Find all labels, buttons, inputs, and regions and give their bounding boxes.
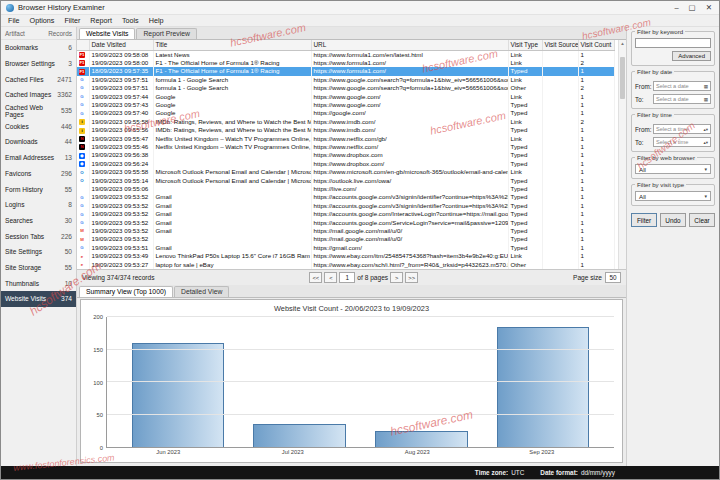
column-header-visit-count[interactable]: Visit Count xyxy=(578,40,614,50)
menu-options[interactable]: Options xyxy=(25,15,60,26)
x-tick-label: Jun 2023 xyxy=(121,449,216,459)
google-icon: G xyxy=(79,245,85,251)
column-header-visit-type[interactable]: Visit Type xyxy=(508,40,542,50)
prev-page-button[interactable]: < xyxy=(324,272,337,283)
table-row[interactable]: M19/09/2023 09:53:52https://mail.google.… xyxy=(77,235,614,243)
sidebar-item-form-history[interactable]: Form History55 xyxy=(1,181,76,197)
next-page-button[interactable]: > xyxy=(390,272,403,283)
table-row[interactable]: ◆19/09/2023 09:56:24https://www.dropbox.… xyxy=(77,160,614,168)
sidebar-item-bookmarks[interactable]: Bookmarks6 xyxy=(1,40,76,56)
visit-type-select[interactable]: All ▾ xyxy=(635,191,711,201)
column-header-url[interactable]: URL xyxy=(311,40,508,50)
table-row[interactable]: i19/09/2023 09:55:58IMDb: Ratings, Revie… xyxy=(77,118,614,126)
menu-filter[interactable]: Filter xyxy=(59,15,85,26)
filter-button[interactable]: Filter xyxy=(631,213,657,227)
first-page-button[interactable]: << xyxy=(309,272,322,283)
table-row[interactable]: G19/09/2023 09:53:52Gmailhttps://account… xyxy=(77,210,614,218)
table-row[interactable]: G19/09/2023 09:57:40Googlehttps://google… xyxy=(77,109,614,117)
sidebar-item-label: Cached Images xyxy=(5,91,51,98)
sidebar-item-email-addresses[interactable]: Email Addresses13 xyxy=(1,150,76,166)
sidebar-item-browser-settings[interactable]: Browser Settings3 xyxy=(1,56,76,72)
sidebar-item-site-storage[interactable]: Site Storage55 xyxy=(1,260,76,276)
table-row[interactable]: O19/09/2023 09:55:58Microsoft Outlook Pe… xyxy=(77,168,614,176)
dropbox-icon: ◆ xyxy=(79,153,85,159)
close-button[interactable]: ✕ xyxy=(706,3,712,12)
sidebar-item-label: Site Settings xyxy=(5,248,42,255)
page-size-label: Page size xyxy=(573,274,602,281)
menu-tools[interactable]: Tools xyxy=(117,15,144,26)
table-row[interactable]: N19/09/2023 09:55:46Netflix United Kingd… xyxy=(77,143,614,151)
date-from-picker[interactable]: Select a date ▦ xyxy=(653,81,711,91)
google-icon: G xyxy=(79,220,85,226)
table-row[interactable]: F119/09/2023 09:58:08Latest Newshttps://… xyxy=(77,50,614,59)
date-format-value: dd/mm/yyyy xyxy=(581,469,615,476)
tab-detailed-view[interactable]: Detailed View xyxy=(174,286,229,297)
sidebar-item-count: 2471 xyxy=(57,76,72,83)
scroll-up-icon[interactable]: ▲ xyxy=(619,40,626,48)
table-row[interactable]: i19/09/2023 09:55:56IMDb: Ratings, Revie… xyxy=(77,126,614,134)
browser-select[interactable]: All ▾ xyxy=(635,164,711,174)
table-row[interactable]: F118/09/2023 09:57:35F1 - The Official H… xyxy=(77,67,614,75)
table-row[interactable]: e19/09/2023 09:53:27laptop for sale | eB… xyxy=(77,261,614,269)
table-row[interactable]: G19/09/2023 09:53:51Gmailhttps://gmail.c… xyxy=(77,244,614,252)
time-from-picker[interactable]: Select a time ▴▾ xyxy=(653,124,711,134)
minimize-button[interactable]: – xyxy=(674,3,678,12)
table-row[interactable]: G19/09/2023 09:57:51formula 1 - Google S… xyxy=(77,76,614,84)
tab-report-preview[interactable]: Report Preview xyxy=(136,28,196,39)
column-header-visit-source[interactable]: Visit Source xyxy=(542,40,578,50)
tab-summary-view-top-1000[interactable]: Summary View (Top 1000) xyxy=(79,286,173,297)
column-header-date-visited[interactable]: Date Visited xyxy=(89,40,153,50)
table-row[interactable]: M19/09/2023 09:53:52Gmailhttps://mail.go… xyxy=(77,227,614,235)
table-row[interactable]: G19/09/2023 09:53:52Gmailhttps://account… xyxy=(77,193,614,201)
table-row[interactable]: G19/09/2023 09:57:44Googlehttps://www.go… xyxy=(77,93,614,101)
sidebar-item-downloads[interactable]: Downloads44 xyxy=(1,134,76,150)
undo-button[interactable]: Undo xyxy=(660,213,686,227)
sidebar-item-favicons[interactable]: Favicons296 xyxy=(1,166,76,182)
google-icon: G xyxy=(79,203,85,209)
clear-button[interactable]: Clear xyxy=(689,213,715,227)
google-icon: G xyxy=(79,85,85,91)
table-row[interactable]: N19/09/2023 09:55:47Netflix United Kingd… xyxy=(77,135,614,143)
table-row[interactable]: G19/09/2023 09:53:52Gmailhttps://account… xyxy=(77,202,614,210)
scrollbar-thumb[interactable] xyxy=(620,57,625,99)
sidebar-item-session-tabs[interactable]: Session Tabs226 xyxy=(1,228,76,244)
table-row[interactable]: G19/09/2023 09:53:52Gmailhttps://account… xyxy=(77,219,614,227)
vertical-scrollbar[interactable]: ▲ xyxy=(618,40,626,269)
table-row[interactable]: ◆19/09/2023 09:56:38https://www.dropbox.… xyxy=(77,151,614,159)
table-row[interactable]: G19/09/2023 09:57:43Googlehttps://www.go… xyxy=(77,101,614,109)
column-header-title[interactable]: Title xyxy=(153,40,311,50)
filter-browser-group: Filter by web browser All ▾ xyxy=(631,157,715,179)
sidebar-item-thumbnails[interactable]: Thumbnails10 xyxy=(1,275,76,291)
table-row[interactable]: e19/09/2023 09:53:49Lenovo ThinkPad P50s… xyxy=(77,252,614,260)
page-number-input[interactable]: 1 xyxy=(339,272,355,283)
table-row[interactable]: G19/09/2023 09:57:51formula 1 - Google S… xyxy=(77,84,614,92)
advanced-button[interactable]: Advanced xyxy=(672,51,711,61)
tab-website-visits[interactable]: Website Visits xyxy=(79,28,135,39)
artifact-header: Artifact xyxy=(5,30,25,37)
page-size-input[interactable]: 50 xyxy=(605,272,621,283)
table-row[interactable]: O19/09/2023 09:55:14Microsoft Outlook Pe… xyxy=(77,177,614,185)
sidebar-item-cached-files[interactable]: Cached Files2471 xyxy=(1,71,76,87)
last-page-button[interactable]: >> xyxy=(405,272,418,283)
column-header-icon[interactable] xyxy=(77,40,89,50)
sidebar-item-logins[interactable]: Logins8 xyxy=(1,197,76,213)
table-row[interactable]: 19/09/2023 09:55:06https://live.com/Type… xyxy=(77,185,614,193)
table-row[interactable]: F119/09/2023 09:58:00F1 - The Official H… xyxy=(77,59,614,67)
menu-report[interactable]: Report xyxy=(85,15,117,26)
sidebar-item-cached-web-pages[interactable]: Cached Web Pages535 xyxy=(1,103,76,119)
time-from-label: From: xyxy=(635,126,651,133)
sidebar-item-website-visits[interactable]: Website Visits374 xyxy=(1,291,76,307)
time-to-picker[interactable]: Select a time ▴▾ xyxy=(653,137,711,147)
sidebar-item-cached-images[interactable]: Cached Images3362 xyxy=(1,87,76,103)
menu-help[interactable]: Help xyxy=(144,15,169,26)
sidebar-item-cookies[interactable]: Cookies446 xyxy=(1,118,76,134)
menu-file[interactable]: File xyxy=(3,15,25,26)
ebay-icon: e xyxy=(79,254,85,260)
date-to-picker[interactable]: Select a date ▦ xyxy=(653,94,711,104)
app-window: Browser History Examiner – ▢ ✕ FileOptio… xyxy=(0,0,720,480)
maximize-button[interactable]: ▢ xyxy=(689,3,696,12)
sidebar-item-searches[interactable]: Searches30 xyxy=(1,213,76,229)
keyword-input[interactable] xyxy=(635,38,711,48)
sidebar-item-site-settings[interactable]: Site Settings50 xyxy=(1,244,76,260)
y-tick-label: 50 xyxy=(97,412,103,418)
